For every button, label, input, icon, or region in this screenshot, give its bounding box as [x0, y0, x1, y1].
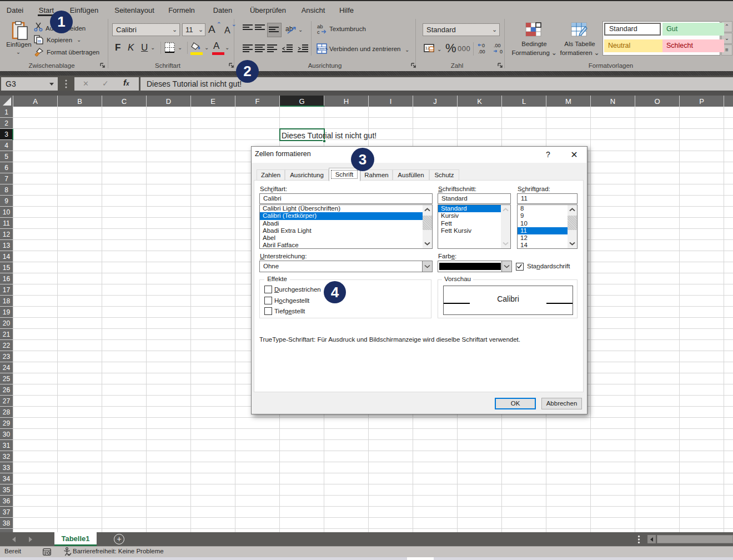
svg-text:.00: .00	[494, 43, 501, 48]
svg-text:0: 0	[482, 43, 485, 48]
svg-text:.00: .00	[478, 49, 485, 54]
svg-text:c: c	[317, 29, 320, 34]
svg-text:0: 0	[500, 49, 503, 54]
